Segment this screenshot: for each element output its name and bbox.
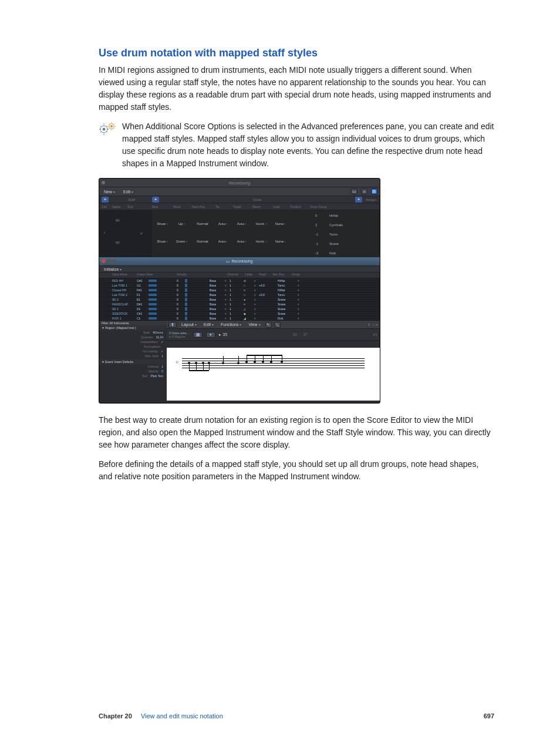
- voice2-tie[interactable]: Auto: [214, 240, 232, 243]
- svg-point-1: [103, 128, 105, 130]
- drumgroup-kick[interactable]: -3Kick: [315, 249, 380, 257]
- footer-chapter-name: View and edit music notation: [141, 712, 223, 720]
- mapped-row[interactable]: PED HHG#10Base▾1⊘▾HiHat▾: [99, 278, 380, 283]
- voice1-beam[interactable]: Horiz.: [252, 222, 272, 226]
- notes-selected-label: 0 Notes selec…: [169, 331, 190, 335]
- col-rest: Rest: [152, 205, 173, 209]
- staff-style-window: #scoresong New Edit ▭ ≡ ▦ + Staff + Voic…: [99, 179, 380, 257]
- label-assign: Assign: [362, 198, 380, 201]
- drum-clef-icon: 𝄥: [104, 230, 105, 236]
- col-tie: Tie: [215, 205, 233, 209]
- window-close-dot[interactable]: [102, 181, 105, 184]
- score-editor-pane: Filter: All Instruments ▼ Region: (Mappe…: [99, 321, 380, 403]
- drumgroup-snare[interactable]: -1Snare: [315, 240, 380, 248]
- footer-page-number: 697: [484, 712, 494, 720]
- win-close-red[interactable]: [102, 259, 106, 263]
- mapped-row[interactable]: SD 2E10Base▾1●▾Snare▾: [99, 297, 380, 302]
- event-param-row[interactable]: Text:Plain Text: [99, 374, 167, 378]
- region-param-row[interactable]: Interpretation:✓: [99, 339, 167, 344]
- voice1-tie[interactable]: Auto: [214, 222, 232, 226]
- svg-point-3: [111, 126, 113, 127]
- ruler-end: 41: [373, 332, 377, 337]
- region-box-header[interactable]: ▼ Region: (Mapped Instr.): [99, 325, 167, 330]
- voice2-norm[interactable]: Normal: [191, 240, 214, 243]
- section-heading: Use drum notation with mapped staff styl…: [99, 47, 494, 59]
- filter-header[interactable]: Filter: All Instruments: [99, 321, 167, 325]
- region-param-row[interactable]: No Overlap:✓: [99, 349, 167, 354]
- ruler-mark-37: 37: [303, 332, 308, 337]
- pencil-tool-icon[interactable]: ＼: [274, 322, 281, 328]
- event-param-row[interactable]: Velocity:0: [99, 369, 167, 374]
- add-voice-btn[interactable]: +: [152, 197, 159, 203]
- mapped-row[interactable]: Low TOM 2F10Base▾1○▾+5.0Toms▾: [99, 293, 380, 297]
- drumgroup-cymbals[interactable]: 2Cymbals: [315, 221, 380, 229]
- score-layout-menu[interactable]: Layout: [179, 322, 199, 327]
- staffstyle-title: #scoresong: [229, 181, 250, 185]
- voice2-beam[interactable]: Horiz.: [252, 240, 272, 243]
- region-param-row[interactable]: Max. Dots:1: [99, 354, 167, 358]
- initialize-menu[interactable]: Initialize: [102, 267, 124, 272]
- pointer-tool-icon[interactable]: ↖: [265, 322, 272, 328]
- size-handle-icon[interactable]: 𝄪: [140, 230, 143, 236]
- win-min[interactable]: [107, 259, 111, 263]
- region-param-row[interactable]: Style:#Drums: [99, 330, 167, 335]
- menu-edit[interactable]: Edit: [121, 189, 136, 194]
- voice1-color[interactable]: None: [272, 222, 289, 226]
- col-stem: Stem Pos.: [192, 205, 215, 209]
- col-tuplet: Tuplet: [233, 205, 253, 209]
- region-param-row[interactable]: Syncopation:: [99, 344, 167, 349]
- score-functions-menu[interactable]: Functions: [218, 322, 244, 327]
- voice1-show[interactable]: Show: [152, 222, 173, 226]
- score-view-menu[interactable]: View: [246, 322, 262, 327]
- advanced-gears-icon: [99, 122, 117, 136]
- mapped-row[interactable]: Low TOM 1G10Base▾1○▾+4.0Toms▾: [99, 283, 380, 288]
- paragraph-3: The best way to create drum notation for…: [99, 414, 494, 451]
- voice1-stem[interactable]: Up: [173, 222, 191, 226]
- mapped-row[interactable]: HANDCLAPD#10Base▾1×▾Snare▾: [99, 302, 380, 307]
- col-beam: Beam: [253, 205, 273, 209]
- event-param-row[interactable]: Channel:1: [99, 364, 167, 369]
- mapped-row[interactable]: SIDESTICKC#10Base▾1◆▾Snare▾: [99, 311, 380, 316]
- mapped-title: #scoresong: [231, 259, 252, 263]
- col-show: Show: [173, 205, 192, 209]
- toggle-b-icon[interactable]: ▾: [206, 332, 215, 338]
- label-voice: Voice: [159, 198, 355, 201]
- toggle-a-icon[interactable]: ▦: [193, 332, 203, 338]
- score-edit-menu[interactable]: Edit: [201, 322, 216, 327]
- add-staff-btn[interactable]: +: [102, 197, 109, 203]
- region-param-row[interactable]: Quantize:16,24: [99, 335, 167, 339]
- mapped-instrument-window: ▭ #scoresong Initialize Input Name Outpu…: [99, 257, 380, 321]
- grid-view-btn[interactable]: ≡: [361, 189, 367, 194]
- voice2-show[interactable]: Show: [152, 240, 173, 243]
- col-position: Position: [291, 205, 311, 209]
- zoom-icons[interactable]: ⇕ ↔━: [367, 322, 378, 327]
- staff-canvas[interactable]: 𝄥 𝄾 𝄾: [167, 348, 380, 401]
- mapped-row[interactable]: SD 1D10Base▾1△▾Snare▾: [99, 307, 380, 311]
- mapped-titlebar: ▭ #scoresong: [99, 257, 380, 265]
- paragraph-4: Before defining the details of a mapped …: [99, 458, 494, 483]
- paragraph-2-advanced: When Additional Score Options is selecte…: [122, 120, 494, 170]
- space-bottom[interactable]: 50: [116, 241, 120, 244]
- app-screenshot: #scoresong New Edit ▭ ≡ ▦ + Staff + Voic…: [99, 178, 380, 404]
- ruler-start: 35: [222, 332, 227, 337]
- voice2-stem[interactable]: Down: [173, 240, 191, 243]
- win-zoom[interactable]: [112, 259, 116, 263]
- menu-new[interactable]: New: [102, 189, 117, 194]
- voice2-color[interactable]: None: [272, 240, 289, 243]
- mapped-row[interactable]: Closed HHF#10Base▾1×▾HiHat▾: [99, 288, 380, 293]
- voice2-tuplet[interactable]: Auto: [232, 240, 252, 243]
- regions-label: in 0 Regions: [169, 335, 190, 338]
- list-view-btn[interactable]: ▭: [351, 189, 357, 194]
- label-staff: Staff: [111, 198, 152, 201]
- col-drumgroup: Drum Group: [311, 205, 380, 209]
- space-top[interactable]: 60: [116, 218, 120, 222]
- drumgroup-hihat[interactable]: 0HiHat: [315, 211, 380, 220]
- voice1-norm[interactable]: Normal: [191, 222, 214, 226]
- tool-up-icon[interactable]: ⬆: [168, 322, 177, 328]
- add-assign-btn[interactable]: +: [355, 197, 362, 203]
- voice1-tuplet[interactable]: Auto: [232, 222, 252, 226]
- drumgroup-toms[interactable]: -1Toms: [315, 230, 380, 238]
- event-box-header[interactable]: ▼ Event: Insert Defaults: [99, 359, 167, 364]
- view-btn-active[interactable]: ▦: [371, 189, 377, 194]
- mapped-row[interactable]: KICK 1C10Base▾1◢▾Kick▾: [99, 316, 380, 321]
